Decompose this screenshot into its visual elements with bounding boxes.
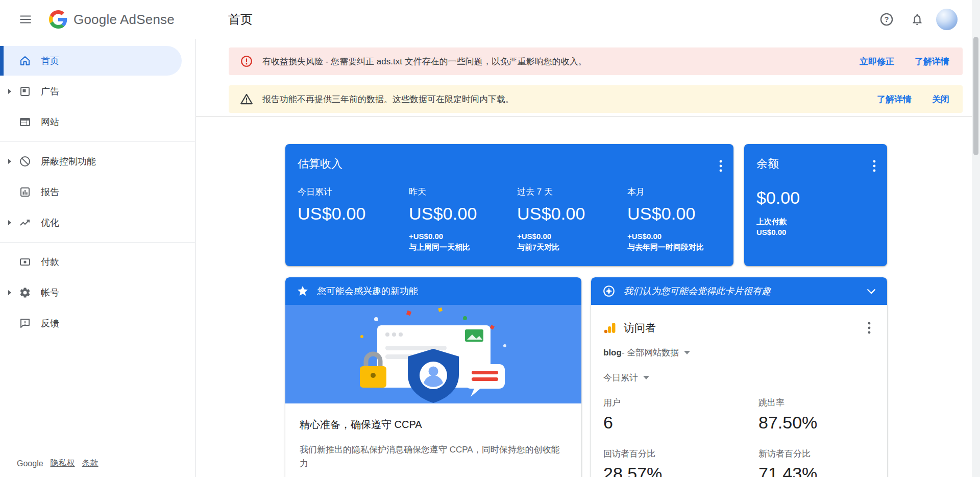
metric-value: 71.43% bbox=[758, 464, 875, 477]
visitor-metrics: 用户 6 跳出率 87.50% 回访者百分比 28.57% 新访者百分比 71.… bbox=[603, 397, 875, 477]
insight-card: 我们认为您可能会觉得此卡片很有趣 访问者 blog - 全部网站数据 bbox=[591, 277, 887, 477]
earnings-columns: 今日累计 US$0.00 昨天 US$0.00 +US$0.00 与上周同一天相… bbox=[298, 186, 721, 252]
metric-returning-visitors: 回访者百分比 28.57% bbox=[603, 448, 758, 477]
promo-header-text: 您可能会感兴趣的新功能 bbox=[317, 285, 418, 297]
metric-value: 28.57% bbox=[603, 464, 758, 477]
sidebar-item-home[interactable]: 首页 bbox=[0, 46, 182, 76]
fix-now-link[interactable]: 立即修正 bbox=[860, 56, 894, 67]
ads-icon bbox=[18, 85, 32, 98]
balance-value: $0.00 bbox=[756, 188, 875, 208]
sidebar-item-label: 反馈 bbox=[41, 317, 59, 329]
metric-compare: 与去年同一时间段对比 bbox=[627, 243, 704, 252]
home-icon bbox=[18, 54, 32, 67]
learn-more-link[interactable]: 了解详情 bbox=[877, 93, 912, 105]
expand-arrow-icon bbox=[5, 290, 14, 296]
scrollbar-track[interactable] bbox=[972, 0, 980, 477]
learn-more-link[interactable]: 了解详情 bbox=[915, 56, 949, 67]
sidebar-item-feedback[interactable]: 反馈 bbox=[0, 308, 195, 338]
card-title: 估算收入 bbox=[298, 156, 721, 172]
google-g-icon bbox=[49, 10, 67, 29]
warning-icon bbox=[240, 92, 253, 106]
terms-link[interactable]: 条款 bbox=[82, 458, 99, 469]
sidebar-item-optimization[interactable]: 优化 bbox=[0, 208, 195, 237]
close-link[interactable]: 关闭 bbox=[932, 93, 949, 105]
settings-gear-icon bbox=[18, 286, 32, 299]
metric-delta: +US$0.00 bbox=[627, 232, 704, 241]
sidebar-item-blocking-controls[interactable]: 屏蔽控制功能 bbox=[0, 147, 195, 176]
metric-users: 用户 6 bbox=[603, 397, 758, 433]
insight-card-body: 访问者 blog - 全部网站数据 今日累计 用户 6 跳 bbox=[591, 305, 887, 477]
bell-icon bbox=[911, 13, 924, 26]
sidebar-item-payments[interactable]: 付款 bbox=[0, 247, 195, 277]
widget-menu-button[interactable] bbox=[864, 317, 875, 339]
metric-value: US$0.00 bbox=[298, 204, 409, 224]
scrollbar-thumb[interactable] bbox=[973, 37, 978, 155]
data-source-selector[interactable]: blog - 全部网站数据 bbox=[603, 347, 875, 359]
ads-txt-alert: 有收益损失风险 - 您需要纠正 ads.txt 文件存在的一些问题，以免严重影响… bbox=[229, 47, 963, 75]
source-name: blog bbox=[603, 348, 622, 358]
sidebar-item-ads[interactable]: 广告 bbox=[0, 77, 195, 106]
metric-label: 本月 bbox=[627, 186, 704, 198]
period-selector[interactable]: 今日累计 bbox=[603, 372, 875, 384]
footer-brand: Google bbox=[17, 459, 43, 468]
help-button[interactable]: ? bbox=[875, 8, 898, 31]
sidebar-item-label: 付款 bbox=[41, 256, 59, 268]
metric-label: 昨天 bbox=[409, 186, 517, 198]
card-menu-button[interactable] bbox=[715, 155, 726, 177]
svg-text:?: ? bbox=[885, 15, 889, 23]
chevron-down-icon[interactable] bbox=[867, 289, 876, 294]
sidebar-item-account[interactable]: 帐号 bbox=[0, 278, 195, 307]
promo-title: 精心准备，确保遵守 CCPA bbox=[300, 418, 567, 432]
menu-button[interactable] bbox=[13, 7, 38, 32]
metric-compare: 与前7天对比 bbox=[517, 243, 627, 252]
metric-delta: +US$0.00 bbox=[409, 232, 517, 241]
earnings-col-yesterday: 昨天 US$0.00 +US$0.00 与上周同一天相比 bbox=[409, 186, 517, 252]
source-scope: - 全部网站数据 bbox=[622, 347, 679, 359]
promo-card-header: 您可能会感兴趣的新功能 bbox=[285, 277, 581, 305]
sidebar-footer: Google 隐私权 条款 bbox=[17, 458, 99, 469]
metric-label: 回访者百分比 bbox=[603, 448, 758, 460]
insight-card-header[interactable]: 我们认为您可能会觉得此卡片很有趣 bbox=[591, 277, 887, 305]
hamburger-icon bbox=[19, 13, 32, 26]
period-label: 今日累计 bbox=[603, 372, 638, 384]
expand-arrow-icon bbox=[5, 88, 14, 94]
privacy-link[interactable]: 隐私权 bbox=[51, 458, 75, 469]
new-features-card: 您可能会感兴趣的新功能 bbox=[285, 277, 581, 477]
topbar-actions: ? bbox=[875, 8, 958, 31]
metric-label: 用户 bbox=[603, 397, 758, 409]
expand-arrow-icon bbox=[5, 158, 14, 164]
earnings-col-today: 今日累计 US$0.00 bbox=[298, 186, 409, 252]
optimization-icon bbox=[18, 216, 32, 229]
top-bar: Google AdSense 首页 ? bbox=[0, 0, 972, 39]
promo-illustration bbox=[285, 305, 581, 403]
notifications-button[interactable] bbox=[905, 8, 929, 31]
last-payment-value: US$0.00 bbox=[756, 227, 875, 237]
analytics-icon bbox=[603, 321, 617, 335]
google-adsense-logo[interactable]: Google AdSense bbox=[49, 10, 175, 29]
kebab-icon bbox=[873, 159, 876, 173]
avatar[interactable] bbox=[936, 9, 958, 30]
insight-gear-icon bbox=[602, 284, 616, 298]
metric-label: 过去 7 天 bbox=[517, 186, 627, 198]
sidebar-item-label: 报告 bbox=[41, 186, 59, 198]
sidebar-item-label: 帐号 bbox=[41, 287, 59, 299]
metric-label: 今日累计 bbox=[298, 186, 409, 198]
sidebar-divider bbox=[0, 242, 195, 243]
sidebar-item-sites[interactable]: 网站 bbox=[0, 107, 195, 137]
metric-label: 新访者百分比 bbox=[758, 448, 875, 460]
page-title: 首页 bbox=[228, 11, 253, 28]
help-icon: ? bbox=[879, 12, 894, 27]
sidebar-item-label: 网站 bbox=[41, 116, 59, 128]
metric-value: US$0.00 bbox=[409, 204, 517, 224]
sidebar-item-label: 首页 bbox=[41, 55, 59, 67]
metric-value: US$0.00 bbox=[517, 204, 627, 224]
metric-value: US$0.00 bbox=[627, 204, 704, 224]
card-menu-button[interactable] bbox=[869, 155, 880, 177]
insight-header-text: 我们认为您可能会觉得此卡片很有趣 bbox=[624, 285, 771, 297]
promo-text: 我们新推出的隐私保护消息确保您遵守 CCPA，同时保持您的创收能力 bbox=[300, 443, 567, 470]
dropdown-caret-icon bbox=[684, 351, 690, 354]
kebab-icon bbox=[868, 321, 871, 335]
reports-icon bbox=[18, 185, 32, 199]
balance-card: 余额 $0.00 上次付款 US$0.00 bbox=[744, 144, 887, 266]
sidebar-item-reports[interactable]: 报告 bbox=[0, 177, 195, 207]
